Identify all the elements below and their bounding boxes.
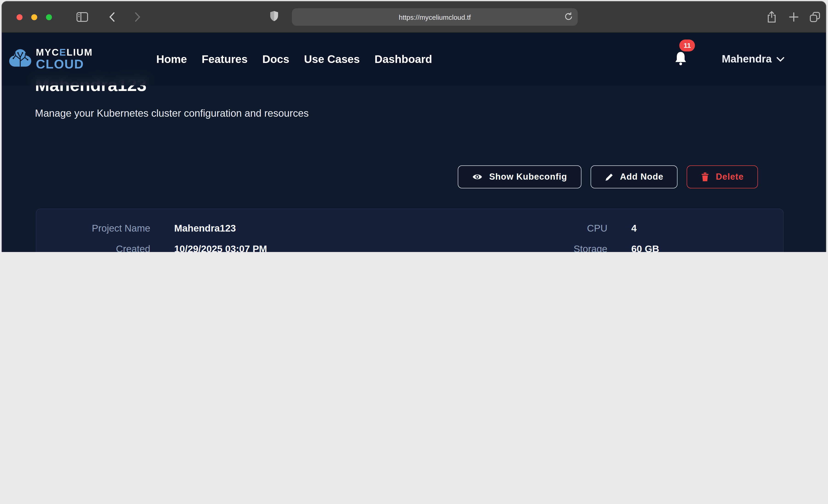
field-value: 10/29/2025 03:07 PM [174,244,267,252]
new-tab-icon[interactable] [786,10,801,24]
tab-overview-icon[interactable] [807,10,823,24]
chevron-down-icon [776,56,785,62]
add-node-button[interactable]: Add Node [591,165,678,188]
field-value: 60 GB [631,244,659,252]
browser-window: https://myceliumcloud.tf [2,1,826,252]
delete-cluster-button[interactable]: Delete [687,165,758,188]
field-label: Storage [469,244,607,252]
privacy-shield-icon[interactable] [266,9,282,24]
user-name: Mahendra [722,53,772,65]
nav-docs[interactable]: Docs [262,53,289,66]
browser-toolbar: https://myceliumcloud.tf [2,1,826,33]
site-logo[interactable]: MYCELIUM CLOUD [8,47,93,71]
sidebar-toggle-icon[interactable] [75,10,90,24]
main-nav: Home Features Docs Use Cases Dashboard [156,53,432,66]
pencil-icon [605,172,614,181]
notification-count-badge: 11 [679,39,695,51]
address-bar[interactable]: https://myceliumcloud.tf [292,8,578,26]
nav-use-cases[interactable]: Use Cases [304,53,360,66]
reload-icon[interactable] [564,11,573,23]
cluster-actions: Show Kubeconfig Add Node Delete [35,165,758,188]
trash-icon [701,172,709,181]
minimize-window-button[interactable] [31,14,37,20]
project-card: Project NameMahendra123 Created10/29/202… [36,209,784,252]
close-window-button[interactable] [16,14,23,20]
back-button[interactable] [104,10,120,24]
share-icon[interactable] [764,10,780,24]
eye-icon [472,173,483,181]
page-subtitle: Manage your Kubernetes cluster configura… [35,108,826,120]
forward-button[interactable] [130,10,145,24]
project-info: Project NameMahendra123 Created10/29/202… [36,209,783,252]
user-menu[interactable]: Mahendra [722,53,785,65]
url-text: https://myceliumcloud.tf [399,13,471,21]
logo-wordmark: MYCELIUM CLOUD [36,47,93,71]
field-value: 4 [631,223,636,234]
mycelium-logo-icon [8,47,32,71]
field-label: Created [36,244,150,252]
site-header: MYCELIUM CLOUD Home Features Docs Use Ca… [2,33,826,85]
show-kubeconfig-button[interactable]: Show Kubeconfig [458,165,581,188]
field-label: Project Name [36,223,150,234]
field-label: CPU [469,223,607,234]
zoom-window-button[interactable] [46,14,52,20]
logo-e-glyph: E [59,47,67,57]
notifications-bell[interactable]: 11 [674,50,688,68]
nav-home[interactable]: Home [156,53,187,66]
nav-dashboard[interactable]: Dashboard [375,53,432,66]
page-viewport: MYCELIUM CLOUD Home Features Docs Use Ca… [2,33,826,252]
field-value: Mahendra123 [174,223,236,234]
nav-features[interactable]: Features [202,53,248,66]
